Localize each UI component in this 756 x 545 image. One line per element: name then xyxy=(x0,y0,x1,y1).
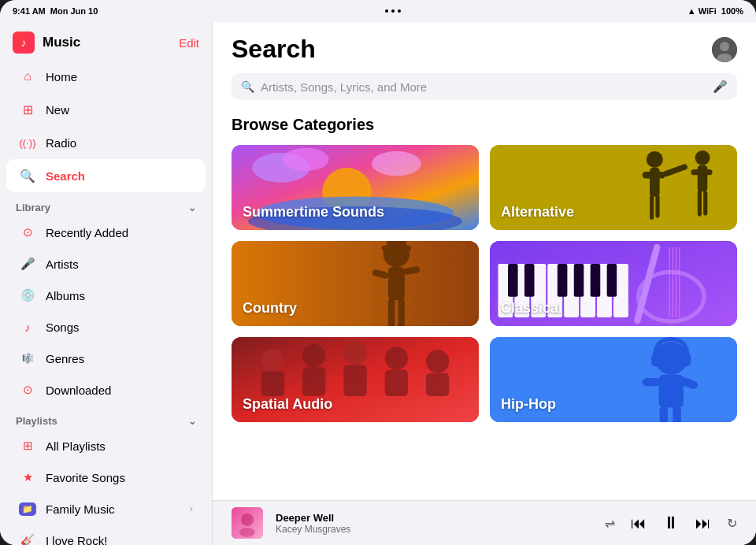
spatial-audio-label: Spatial Audio xyxy=(243,396,332,413)
playlists-section-label: Playlists xyxy=(16,415,57,427)
next-button[interactable]: ⏭ xyxy=(695,514,711,532)
svg-rect-26 xyxy=(388,267,405,300)
family-music-label: Family Music xyxy=(46,502,115,516)
family-music-arrow-icon: › xyxy=(190,503,193,514)
svg-rect-55 xyxy=(261,372,284,396)
sidebar-item-all-playlists[interactable]: ⊞ All Playlists xyxy=(6,430,206,462)
recently-added-label: Recently Added xyxy=(46,226,128,239)
status-time: 9:41 AM xyxy=(13,6,46,16)
app-icon: ♪ xyxy=(13,32,35,54)
svg-rect-19 xyxy=(691,169,712,175)
svg-point-80 xyxy=(241,513,254,526)
svg-rect-58 xyxy=(302,367,325,396)
sidebar-item-home[interactable]: ⌂ Home xyxy=(6,60,206,93)
search-bar[interactable]: 🔍 Artists, Songs, Lyrics, and More 🎤 xyxy=(232,73,737,100)
svg-rect-44 xyxy=(591,264,601,297)
svg-point-71 xyxy=(654,342,687,375)
sidebar-item-albums[interactable]: 💿 Albums xyxy=(6,280,206,311)
artists-icon: 🎤 xyxy=(19,255,36,272)
main-container: ♪ Music Edit ⌂ Home ⊞ New ((·)) Radio 🔍 … xyxy=(0,22,756,545)
svg-rect-20 xyxy=(698,190,702,216)
sidebar-header-left: ♪ Music xyxy=(13,32,80,54)
playlists-section-header: Playlists ⌄ xyxy=(0,406,212,430)
now-playing-artwork xyxy=(232,507,263,539)
sidebar-item-downloaded[interactable]: ⊙ Downloaded xyxy=(6,374,206,406)
sidebar-item-songs[interactable]: ♪ Songs xyxy=(6,311,206,343)
wifi-icon: ▲ WiFi xyxy=(687,6,717,16)
sidebar-item-recently-added[interactable]: ⊙ Recently Added xyxy=(6,217,206,248)
i-love-rock-label: I love Rock! xyxy=(46,534,107,546)
search-bar-search-icon: 🔍 xyxy=(241,80,254,93)
new-icon: ⊞ xyxy=(19,101,36,118)
category-card-summertime[interactable]: Summertime Sounds xyxy=(232,145,479,230)
svg-rect-21 xyxy=(703,191,707,215)
status-bar: 9:41 AM Mon Jun 10 ▲ WiFi 100% xyxy=(0,0,756,22)
svg-rect-25 xyxy=(387,241,406,249)
category-card-country[interactable]: Country xyxy=(232,241,479,326)
pause-button[interactable]: ⏸ xyxy=(662,513,680,533)
svg-point-8 xyxy=(283,148,329,171)
right-header: Search xyxy=(213,22,756,70)
svg-rect-73 xyxy=(683,354,691,367)
downloaded-label: Downloaded xyxy=(46,384,111,397)
favorite-songs-label: Favorite Songs xyxy=(46,471,125,484)
svg-rect-43 xyxy=(574,264,584,297)
svg-rect-57 xyxy=(308,347,320,352)
svg-point-9 xyxy=(372,151,421,176)
sidebar-item-new[interactable]: ⊞ New xyxy=(6,93,206,126)
svg-rect-66 xyxy=(432,354,443,358)
status-right: ▲ WiFi 100% xyxy=(687,6,743,16)
sidebar-header: ♪ Music Edit xyxy=(0,22,212,60)
albums-icon: 💿 xyxy=(19,287,36,304)
dot1 xyxy=(385,9,388,13)
sidebar-title: Music xyxy=(43,35,80,50)
downloaded-icon: ⊙ xyxy=(19,381,36,399)
sidebar-item-family-music[interactable]: 📁 Family Music › xyxy=(6,493,206,525)
sidebar-item-search[interactable]: 🔍 Search xyxy=(6,159,206,192)
sidebar-item-artists[interactable]: 🎤 Artists xyxy=(6,248,206,280)
shuffle-button[interactable]: ⇌ xyxy=(605,516,615,531)
alternative-label: Alternative xyxy=(501,204,574,221)
category-card-hip-hop[interactable]: Hip-Hop xyxy=(490,337,737,422)
svg-rect-67 xyxy=(426,373,449,396)
svg-rect-75 xyxy=(643,378,661,386)
search-bar-placeholder: Artists, Songs, Lyrics, and More xyxy=(261,80,706,94)
page-title: Search xyxy=(232,35,316,64)
svg-rect-74 xyxy=(659,375,684,408)
recently-added-icon: ⊙ xyxy=(19,224,36,241)
status-date: Mon Jun 10 xyxy=(50,6,98,16)
sidebar: ♪ Music Edit ⌂ Home ⊞ New ((·)) Radio 🔍 … xyxy=(0,22,213,545)
sidebar-item-i-love-rock[interactable]: 🎸 I love Rock! xyxy=(6,525,206,545)
search-bar-container: 🔍 Artists, Songs, Lyrics, and More 🎤 xyxy=(213,70,756,109)
library-chevron-icon[interactable]: ⌄ xyxy=(188,202,196,213)
previous-button[interactable]: ⏮ xyxy=(631,514,647,532)
sidebar-item-genres[interactable]: 🎼 Genres xyxy=(6,343,206,374)
now-playing-info: Deeper Well Kacey Musgraves xyxy=(276,512,592,535)
dot3 xyxy=(398,9,401,13)
category-card-alternative[interactable]: Alternative xyxy=(490,145,737,230)
sidebar-item-radio[interactable]: ((·)) Radio xyxy=(6,126,206,159)
svg-rect-61 xyxy=(343,365,366,396)
sidebar-home-label: Home xyxy=(46,70,77,83)
playlists-chevron-icon[interactable]: ⌄ xyxy=(188,416,196,427)
user-avatar[interactable] xyxy=(712,37,737,62)
albums-label: Albums xyxy=(46,289,85,302)
sidebar-item-favorite-songs[interactable]: ★ Favorite Songs xyxy=(6,462,206,493)
svg-rect-42 xyxy=(558,264,568,297)
sidebar-radio-label: Radio xyxy=(46,136,76,150)
edit-button[interactable]: Edit xyxy=(179,36,199,50)
country-label: Country xyxy=(243,300,297,317)
library-section-label: Library xyxy=(16,202,50,213)
status-center xyxy=(385,9,401,13)
category-card-classical[interactable]: Classical xyxy=(490,241,737,326)
svg-rect-14 xyxy=(650,195,654,219)
right-content: Search 🔍 Artists, Songs, Lyrics, and Mor… xyxy=(213,22,756,545)
hip-hop-label: Hip-Hop xyxy=(501,396,556,413)
microphone-icon[interactable]: 🎤 xyxy=(713,80,728,94)
browse-section: Browse Categories xyxy=(213,109,756,500)
home-icon: ⌂ xyxy=(19,68,36,85)
category-card-spatial-audio[interactable]: Spatial Audio xyxy=(232,337,479,422)
svg-rect-18 xyxy=(698,165,708,191)
classical-label: Classical xyxy=(501,300,562,317)
repeat-button[interactable]: ↻ xyxy=(727,516,737,531)
